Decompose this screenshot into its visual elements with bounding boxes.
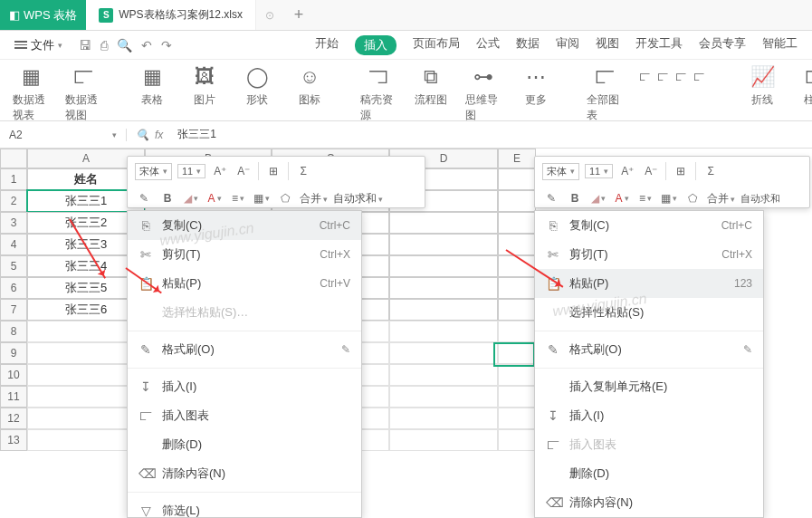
align-icon[interactable]: ≡ — [229, 189, 247, 207]
cell[interactable] — [498, 364, 536, 386]
align-icon[interactable]: ≡ — [636, 189, 654, 207]
ctx-item[interactable]: ↧插入(I) — [128, 372, 361, 401]
sum-label[interactable]: 自动求和 — [333, 191, 383, 206]
row-header[interactable]: 4 — [0, 234, 27, 255]
ctx-item[interactable]: ✄剪切(T)Ctrl+X — [128, 240, 361, 269]
size-select[interactable]: 11 — [585, 164, 613, 178]
ctx-item[interactable]: ⌫清除内容(N) — [535, 488, 763, 517]
font-color-icon[interactable]: A — [205, 189, 224, 207]
fill-color-icon[interactable]: ◢ — [589, 189, 607, 207]
ctx-item[interactable]: ✎格式刷(O)✎ — [128, 335, 361, 364]
cell[interactable] — [498, 429, 536, 451]
shape-button[interactable]: ◯形状 — [239, 65, 275, 108]
icon-button[interactable]: ☺图标 — [291, 65, 328, 108]
cell[interactable] — [498, 212, 536, 234]
ctx-item[interactable]: 📋粘贴(P)123 — [535, 269, 763, 298]
ctx-item[interactable]: ⎘复制(C)Ctrl+C — [128, 211, 361, 240]
sum-icon[interactable]: Σ — [702, 162, 720, 180]
cell[interactable] — [389, 255, 498, 277]
row-header[interactable]: 8 — [0, 321, 27, 342]
border-icon[interactable]: ▦ — [660, 189, 678, 207]
size-select[interactable]: 11 — [177, 164, 205, 178]
ctx-item[interactable]: ⫍插入图表 — [128, 401, 361, 430]
cell[interactable] — [389, 386, 498, 408]
line-button[interactable]: 📈折线 — [744, 65, 780, 108]
border-icon[interactable]: ▦ — [253, 189, 271, 207]
row-header[interactable]: 10 — [0, 364, 27, 386]
bold-icon[interactable]: B — [158, 189, 177, 207]
cell[interactable] — [389, 212, 498, 234]
cell[interactable] — [498, 190, 536, 212]
ctx-item[interactable]: 删除(D) — [128, 430, 361, 459]
merge-label[interactable]: 合并 — [707, 191, 735, 206]
file-tab[interactable]: S WPS表格练习案例12.xlsx — [86, 0, 256, 30]
cell[interactable] — [498, 299, 536, 321]
style-icon[interactable]: ⬠ — [276, 189, 294, 207]
merge-icon[interactable]: ⊞ — [672, 162, 690, 180]
row-header[interactable]: 2 — [0, 190, 27, 212]
name-box[interactable]: A2▾ — [0, 129, 127, 141]
column-button[interactable]: ⫍柱形 — [797, 65, 812, 108]
file-menu-button[interactable]: 文件 ▾ — [7, 34, 70, 57]
cell[interactable] — [389, 299, 498, 321]
picture-button[interactable]: 🖼图片 — [186, 65, 223, 108]
cell[interactable] — [389, 321, 498, 342]
font-select[interactable]: 宋体 — [135, 163, 172, 180]
mini-chart-icon[interactable]: ⫍ — [693, 71, 704, 83]
decrease-font-icon[interactable]: A⁻ — [642, 162, 660, 180]
flowchart-button[interactable]: ⧉流程图 — [413, 65, 449, 108]
row-header[interactable]: 13 — [0, 429, 27, 451]
cell[interactable] — [498, 277, 536, 299]
ctx-item[interactable]: ⌫清除内容(N) — [128, 459, 361, 488]
style-icon[interactable]: ⬠ — [683, 189, 702, 207]
mini-chart-icon[interactable]: ⫍ — [639, 71, 650, 83]
tab-data[interactable]: 数据 — [516, 35, 540, 55]
cell[interactable] — [498, 386, 536, 408]
row-header[interactable]: 5 — [0, 255, 27, 277]
row-header[interactable]: 11 — [0, 386, 27, 408]
tab-layout[interactable]: 页面布局 — [413, 35, 460, 55]
cell[interactable] — [498, 321, 536, 342]
sum-label[interactable]: 自动求和 — [740, 192, 780, 206]
table-button[interactable]: ▦表格 — [134, 65, 170, 108]
tab-member[interactable]: 会员专享 — [699, 35, 746, 55]
tab-view[interactable]: 视图 — [596, 35, 619, 55]
search-icon[interactable]: 🔍 — [136, 129, 149, 141]
mini-chart-icon[interactable]: ⫍ — [657, 71, 668, 83]
ctx-item[interactable]: ✄剪切(T)Ctrl+X — [535, 240, 763, 269]
cell[interactable] — [498, 408, 536, 429]
select-all-corner[interactable] — [0, 149, 27, 168]
merge-label[interactable]: 合并 — [300, 191, 328, 206]
tab-dev[interactable]: 开发工具 — [635, 35, 683, 55]
preview-icon[interactable]: 🔍 — [117, 38, 132, 53]
fx-icon[interactable]: fx — [155, 129, 163, 141]
all-charts-button[interactable]: ⫍全部图表 — [587, 65, 623, 121]
decrease-font-icon[interactable]: A⁻ — [234, 162, 253, 180]
cell[interactable] — [389, 342, 498, 364]
fill-color-icon[interactable]: ◢ — [182, 189, 200, 207]
redo-icon[interactable]: ↷ — [161, 38, 172, 53]
row-header[interactable]: 3 — [0, 212, 27, 234]
pivot-chart-button[interactable]: ⫍数据透视图 — [65, 65, 101, 121]
pin-icon[interactable]: ⊙ — [256, 0, 283, 30]
cell[interactable] — [498, 234, 536, 255]
undo-icon[interactable]: ↶ — [141, 38, 152, 53]
cell[interactable] — [389, 234, 498, 255]
mindmap-button[interactable]: ⊶思维导图 — [465, 65, 502, 121]
ctx-item[interactable]: 选择性粘贴(S) — [535, 298, 763, 327]
tab-start[interactable]: 开始 — [315, 35, 339, 55]
cell[interactable] — [389, 429, 498, 451]
row-header[interactable]: 9 — [0, 342, 27, 364]
resource-button[interactable]: ⫎稿壳资源 — [360, 65, 396, 121]
col-header[interactable]: E — [498, 149, 536, 168]
tab-review[interactable]: 审阅 — [556, 35, 579, 55]
app-logo[interactable]: ◧ WPS 表格 — [0, 0, 86, 30]
row-header[interactable]: 1 — [0, 168, 27, 190]
save-icon[interactable]: 🖫 — [79, 38, 91, 53]
cell[interactable] — [498, 168, 536, 190]
cell[interactable] — [389, 364, 498, 386]
increase-font-icon[interactable]: A⁺ — [211, 162, 229, 180]
increase-font-icon[interactable]: A⁺ — [618, 162, 636, 180]
font-select[interactable]: 宋体 — [542, 163, 579, 180]
format-painter-icon[interactable]: ✎ — [135, 189, 153, 207]
